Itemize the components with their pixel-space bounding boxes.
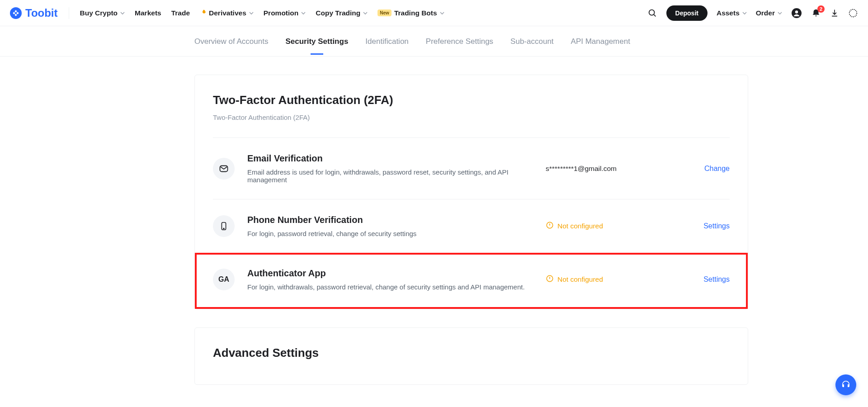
- nav-buy-crypto[interactable]: Buy Crypto: [80, 9, 125, 17]
- mail-icon: [213, 158, 235, 180]
- search-icon[interactable]: [647, 8, 657, 18]
- phone-status: Not configured: [541, 221, 703, 231]
- row-desc: For login, withdrawals, password retriev…: [247, 283, 541, 291]
- chevron-down-icon: [742, 11, 747, 15]
- download-icon[interactable]: [830, 9, 839, 18]
- tab-security-settings[interactable]: Security Settings: [285, 28, 348, 54]
- new-badge: New: [377, 9, 392, 16]
- nav-left: Toobit Buy Crypto Markets Trade Derivati…: [10, 7, 444, 19]
- row-title: Email Verification: [247, 153, 541, 164]
- twofa-card: Two-Factor Authentication (2FA) Two-Fact…: [194, 75, 748, 309]
- tab-identification[interactable]: Identification: [365, 28, 408, 54]
- nav-derivatives[interactable]: Derivatives: [200, 9, 254, 18]
- nav-markets[interactable]: Markets: [135, 9, 161, 17]
- auth-status: Not configured: [541, 274, 703, 284]
- chevron-down-icon: [440, 11, 444, 15]
- deposit-button[interactable]: Deposit: [666, 5, 708, 21]
- globe-icon[interactable]: [848, 8, 858, 18]
- brand-logo-icon: [10, 7, 22, 19]
- support-fab[interactable]: [835, 374, 856, 395]
- status-text: Not configured: [557, 222, 603, 230]
- row-main: Authenticator App For login, withdrawals…: [247, 268, 541, 291]
- nav-right: Deposit Assets Order 2: [647, 5, 858, 21]
- ga-icon: GA: [213, 269, 235, 290]
- nav-copy-trading[interactable]: Copy Trading: [316, 9, 368, 17]
- page-body: Two-Factor Authentication (2FA) Two-Fact…: [118, 57, 750, 407]
- row-title: Authenticator App: [247, 268, 541, 279]
- nav-trade[interactable]: Trade: [171, 9, 190, 17]
- row-desc: For login, password retrieval, change of…: [247, 230, 541, 237]
- profile-icon[interactable]: [791, 8, 802, 19]
- advanced-title: Advanced Settings: [213, 346, 730, 360]
- nav-promotion[interactable]: Promotion: [264, 9, 306, 17]
- top-nav: Toobit Buy Crypto Markets Trade Derivati…: [0, 0, 868, 26]
- row-title: Phone Number Verification: [247, 215, 541, 225]
- change-link[interactable]: Change: [704, 165, 730, 173]
- settings-link[interactable]: Settings: [703, 222, 730, 230]
- twofa-subtitle: Two-Factor Authentication (2FA): [213, 114, 730, 121]
- phone-icon: [213, 215, 235, 237]
- notification-badge: 2: [817, 5, 825, 13]
- row-main: Phone Number Verification For login, pas…: [247, 215, 541, 237]
- tab-sub-account[interactable]: Sub-account: [510, 28, 553, 54]
- row-authenticator-app: GA Authenticator App For login, withdraw…: [195, 253, 748, 309]
- chevron-down-icon: [301, 11, 306, 15]
- tab-preference-settings[interactable]: Preference Settings: [426, 28, 493, 54]
- tab-api-management[interactable]: API Management: [571, 28, 630, 54]
- chevron-down-icon: [249, 11, 254, 15]
- brand-name: Toobit: [25, 7, 58, 19]
- svg-point-2: [795, 10, 798, 13]
- nav-assets[interactable]: Assets: [717, 9, 747, 17]
- bell-icon[interactable]: 2: [811, 8, 821, 18]
- account-subnav: Overview of Accounts Security Settings I…: [0, 26, 868, 57]
- warning-icon: [546, 221, 554, 231]
- twofa-title: Two-Factor Authentication (2FA): [213, 93, 730, 107]
- brand-logo-link[interactable]: Toobit: [10, 7, 58, 19]
- row-desc: Email address is used for login, withdra…: [247, 168, 541, 184]
- nav-trading-bots[interactable]: New Trading Bots: [377, 9, 444, 17]
- tab-overview[interactable]: Overview of Accounts: [194, 28, 268, 54]
- svg-point-0: [649, 9, 654, 15]
- row-phone-verification: Phone Number Verification For login, pas…: [213, 199, 730, 253]
- status-text: Not configured: [557, 275, 603, 284]
- flame-icon: [200, 9, 207, 18]
- chevron-down-icon: [778, 11, 782, 15]
- warning-icon: [546, 274, 554, 284]
- divider: [69, 7, 69, 19]
- settings-link[interactable]: Settings: [703, 275, 730, 284]
- row-email-verification: Email Verification Email address is used…: [213, 137, 730, 199]
- advanced-card: Advanced Settings: [194, 327, 748, 385]
- chevron-down-icon: [363, 11, 368, 15]
- svg-point-6: [223, 228, 224, 229]
- nav-order[interactable]: Order: [756, 9, 782, 17]
- row-main: Email Verification Email address is used…: [247, 153, 541, 184]
- email-value: s*********1@gmail.com: [541, 165, 704, 173]
- svg-point-3: [849, 9, 857, 17]
- chevron-down-icon: [120, 11, 125, 15]
